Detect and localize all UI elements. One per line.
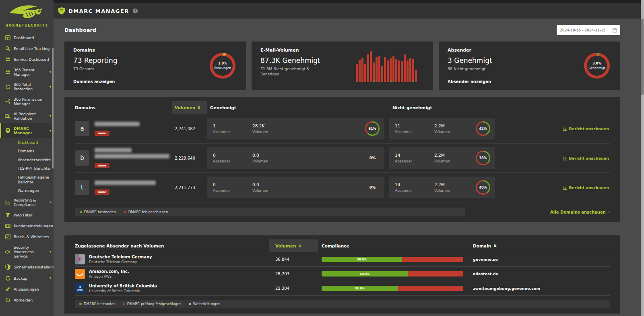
email-volume-card: E-Mail-Volumen 87.3K Genehmigt 51.8M Nic… xyxy=(252,42,433,90)
network-icon xyxy=(5,99,10,104)
card-title: Absender xyxy=(448,48,584,53)
pencil-icon xyxy=(5,287,10,292)
sidebar-item-security-awareness[interactable]: Security Awareness Service ▾ xyxy=(0,242,54,261)
redacted-domain-name xyxy=(95,122,140,126)
redacted-domain-name xyxy=(95,148,132,152)
table-row[interactable]: b none 2,229,640 0Absender 0.0Volumen 0% xyxy=(75,143,610,173)
approved-box: 1Absender 28.2KVolumen 61% xyxy=(207,118,384,139)
dmarc-shield-icon xyxy=(58,7,65,15)
sidebar-item-365-total-protection[interactable]: 365 Total Protection ▾ xyxy=(0,79,54,94)
sender-domain: zweiteumgebung.gevonne.com xyxy=(464,286,610,291)
volume-bar xyxy=(364,64,366,82)
telekom-logo: T xyxy=(75,254,85,264)
sender-row[interactable]: Amazon.com, Inc. Amazon AWS 28,203 60.9%… xyxy=(75,267,610,281)
chevron-down-icon: ▾ xyxy=(50,129,51,133)
sidebar-item-365-permission-manager[interactable]: 365 Permission Manager xyxy=(0,94,54,109)
sidebar-item-ai-recipient-validation[interactable]: AI Recipient Validation ▾ xyxy=(0,109,54,123)
filter-icon xyxy=(5,212,10,218)
submenu-item-domains[interactable]: Domains xyxy=(0,147,54,156)
list-icon xyxy=(5,234,10,239)
view-report-link[interactable]: Bericht anschauen xyxy=(563,156,610,160)
table-row[interactable]: t none 2,211,773 0Absender 0.0Volumen 0% xyxy=(75,173,610,202)
search-icon xyxy=(5,46,10,51)
show-domains-link[interactable]: Domains anzeigen xyxy=(73,79,210,84)
header-domain-sort[interactable]: Domain ⇅ xyxy=(464,243,610,248)
chevron-down-icon: ▾ xyxy=(50,200,51,204)
header-volume-sort[interactable]: Volumen ⇅ xyxy=(172,101,207,114)
not-approved-box: 14Absender 2.2MVolumen 38% xyxy=(389,147,495,169)
info-icon[interactable]: i xyxy=(133,8,138,13)
view-report-link[interactable]: Bericht anschauen xyxy=(563,185,610,190)
senders-table-header: Zugelassene Absender nach Volumen Volume… xyxy=(75,239,610,252)
submenu-item-fehlgeschlagene-berichte[interactable]: Fehlgeschlagene Berichte xyxy=(0,173,54,186)
sidebar-item-backup[interactable]: Backup ▾ xyxy=(0,273,54,284)
card-title: Domains xyxy=(73,48,210,53)
sidebar-item-reporting-compliance[interactable]: Reporting & Compliance ▾ xyxy=(0,195,54,210)
compliance-bar: 56.8% xyxy=(322,257,463,262)
sender-domain: aliastest.de xyxy=(464,272,610,276)
sidebar-item-dmarc-manager[interactable]: DMARC Manager ▾ xyxy=(0,123,54,138)
scrollbar-thumb[interactable] xyxy=(641,19,644,95)
users-icon xyxy=(5,70,10,75)
show-senders-link[interactable]: Absender anzeigen xyxy=(448,79,584,84)
volume-bar xyxy=(404,54,406,82)
legend-dot-gray xyxy=(189,303,191,305)
sidebar-item-service-dashboard[interactable]: Service Dashboard xyxy=(0,54,54,65)
volume-bar xyxy=(387,60,389,82)
sidebar-item-sicherheitseinstellungen[interactable]: Sicherheitseinstellungen ▾ xyxy=(0,262,54,273)
submenu-item-dashboard[interactable]: Dashboard xyxy=(0,138,54,147)
volume-bar xyxy=(367,54,369,82)
avatar: b xyxy=(75,150,89,166)
chevron-right-icon: › xyxy=(608,210,610,214)
sidebar-item-web-filter[interactable]: Web Filter xyxy=(0,210,54,220)
all-domains-link[interactable]: Alle Domains anschauen › xyxy=(550,210,610,214)
sidebar-item-anpassungen[interactable]: Anpassungen xyxy=(0,284,54,295)
sidebar-scrollbar[interactable] xyxy=(52,48,54,168)
sort-icon: ⇅ xyxy=(197,106,200,110)
not-approved-box: 11Absender 2.2MVolumen 42% xyxy=(389,118,495,139)
volume-bar xyxy=(401,61,403,82)
sidebar-item-kundeneinstellungen[interactable]: Kundeneinstellungen ▾ xyxy=(0,220,54,231)
date-range-picker[interactable]: 2024-10-15 - 2024-11-15 xyxy=(557,25,620,35)
sidebar-item-dashboard[interactable]: Dashboard xyxy=(0,32,54,43)
dashboard-icon xyxy=(5,35,10,40)
sidebar-item-email-live-tracking[interactable]: Email Live Tracking xyxy=(0,43,54,54)
volume-bar xyxy=(395,59,397,82)
id-card-icon xyxy=(5,223,10,229)
sidebar-item-365-tenant-manager[interactable]: 365 Tenant Manager ▾ xyxy=(0,65,54,79)
header-compliance: Compliance xyxy=(318,243,464,248)
sender-subname: University of British Columbia xyxy=(89,289,157,293)
policy-badge: none xyxy=(95,163,109,168)
page-scrollbar[interactable] xyxy=(641,0,644,316)
legend-dot-green xyxy=(80,211,82,213)
chart-icon xyxy=(5,200,10,205)
table-row[interactable]: a none 2,241,482 1Absender 28.2KVolumen … xyxy=(75,114,610,143)
header-senders-title: Zugelassene Absender nach Volumen xyxy=(75,243,269,248)
sidebar-item-abmelden[interactable]: Abmelden xyxy=(0,295,54,306)
bar-chart-icon xyxy=(563,127,567,131)
chevron-down-icon: ▾ xyxy=(50,70,51,74)
dmarc-submenu: Dashboard Domains Absenderberichte TLS-R… xyxy=(0,138,54,195)
circular-arrow-icon xyxy=(5,84,10,89)
header-volume-sort[interactable]: Volumen ⇅ xyxy=(269,239,318,252)
page-title: Dashboard xyxy=(64,27,96,33)
sidebar-menu: Dashboard Email Live Tracking Service Da… xyxy=(0,32,54,306)
not-approved-box: 14Absender 2.2MVolumen 40% xyxy=(389,177,495,198)
sender-volume: 22,204 xyxy=(269,286,318,291)
bar-chart-icon xyxy=(563,185,567,190)
submenu-item-tls-rpt-berichte[interactable]: TLS-RPT Berichte xyxy=(0,164,54,173)
approved-donut: 61% xyxy=(365,121,380,136)
approved-senders-panel: Zugelassene Absender nach Volumen Volume… xyxy=(64,235,620,314)
volume-bar xyxy=(392,56,394,82)
sender-row[interactable]: ams University of British Columbia Unive… xyxy=(75,281,610,296)
senders-approved: 3 Genehmigt xyxy=(448,56,584,64)
sidebar-item-black-whitelists[interactable]: Black- & Whitelists xyxy=(0,231,54,242)
sender-name: University of British Columbia xyxy=(89,284,157,288)
view-report-link[interactable]: Bericht anschauen xyxy=(563,127,610,131)
sender-row[interactable]: T Deutsche Telekom Germany Deutsche Tele… xyxy=(75,252,610,267)
submenu-item-warnungen[interactable]: Warnungen xyxy=(0,186,54,195)
sender-domain: gevonne.se xyxy=(464,257,610,262)
hornetsecurity-logo[interactable]: HORNETSECURITY xyxy=(0,0,54,29)
submenu-item-absenderberichte[interactable]: Absenderberichte xyxy=(0,156,54,164)
legend-dot-red xyxy=(124,211,126,213)
